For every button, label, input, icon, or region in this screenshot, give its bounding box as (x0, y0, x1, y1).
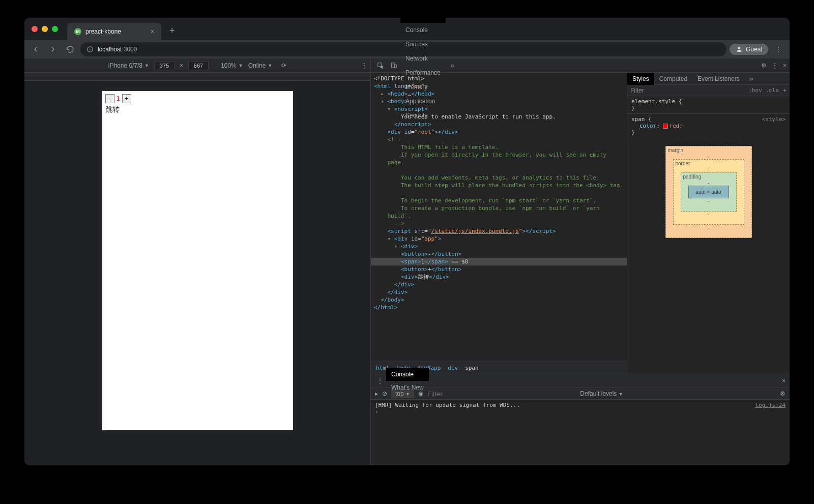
dom-node[interactable]: To begin the development, run `npm start… (371, 197, 627, 204)
increment-button[interactable]: + (122, 94, 131, 103)
dom-node[interactable]: build`. (371, 212, 627, 220)
device-select[interactable]: iPhone 6/7/8 ▼ (108, 62, 149, 69)
console-output[interactable]: [HMR] Waiting for update signal from WDS… (371, 400, 790, 465)
devtools-tab-memory[interactable]: Memory (400, 80, 446, 94)
counter-value: 1 (115, 95, 121, 102)
dom-node[interactable]: <div>跳转</div> (371, 273, 627, 281)
forward-button[interactable] (46, 42, 60, 56)
dom-node[interactable]: </html> (371, 304, 627, 311)
devtools-tab-elements[interactable]: Elements (400, 18, 446, 23)
drawer-tab-what-s-new[interactable]: What's New (386, 381, 429, 394)
log-source-link[interactable]: log.js:24 (755, 402, 786, 408)
styles-filter-input[interactable]: Filter (630, 87, 644, 94)
info-icon (86, 46, 94, 53)
styles-hov-cls[interactable]: :hov .cls (748, 87, 779, 94)
devtools-close-button[interactable]: × (783, 62, 787, 69)
zoom-select[interactable]: 100% ▼ (221, 62, 243, 69)
dom-node[interactable]: This HTML file is a template. (371, 143, 627, 151)
drawer-close-button[interactable]: × (782, 377, 786, 384)
styles-tabs-more[interactable]: » (745, 73, 759, 85)
decrement-button[interactable]: - (105, 94, 114, 103)
favicon-icon: M (74, 28, 81, 35)
devtools-tab-network[interactable]: Network (400, 51, 446, 66)
console-log-line: [HMR] Waiting for update signal from WDS… (375, 402, 786, 408)
device-viewport-area: - 1 + 跳转 (24, 81, 370, 465)
dom-node[interactable]: ▾ <div> (371, 243, 627, 250)
url-host: localhost (98, 46, 122, 53)
dom-node[interactable]: <div id="root"></div> (371, 128, 627, 136)
close-window-icon[interactable] (32, 26, 38, 32)
styles-tab-computed[interactable]: Computed (654, 73, 692, 85)
dom-node[interactable]: <button>-</button> (371, 250, 627, 258)
styles-sidebar: StylesComputedEvent Listeners» Filter :h… (627, 73, 790, 374)
close-tab-icon[interactable]: × (151, 28, 154, 35)
color-swatch-icon[interactable] (663, 124, 668, 129)
new-tab-button[interactable]: + (169, 22, 175, 36)
console-settings-icon[interactable]: ⚙ (780, 390, 786, 397)
nav-link[interactable]: 跳转 (105, 105, 290, 114)
height-input[interactable] (188, 61, 209, 70)
device-frame: - 1 + 跳转 (102, 91, 293, 430)
browser-window: M preact-kbone × + localhost:3000 Guest … (24, 18, 790, 465)
dom-node[interactable]: ▾ <div id="app"> (371, 235, 627, 243)
dom-node[interactable]: To create a production bundle, use `npm … (371, 204, 627, 212)
dom-node[interactable]: </body> (371, 296, 627, 304)
device-toolbar-right: ⋮ (361, 62, 367, 69)
drawer-menu-button[interactable]: ⋮ (374, 377, 386, 384)
console-sidebar-icon[interactable]: ▸ (375, 390, 378, 397)
dom-node[interactable]: </div> (371, 288, 627, 296)
maximize-window-icon[interactable] (52, 26, 58, 32)
browser-menu-button[interactable]: ⋮ (771, 46, 786, 53)
person-icon (736, 46, 743, 53)
console-drawer: ⋮ ConsoleWhat's New × ▸ ⊘ top ▼ ◉ Defaul… (371, 374, 790, 465)
console-filter-input[interactable] (427, 390, 576, 398)
devtools-tab-application[interactable]: Application (400, 94, 446, 108)
settings-icon[interactable]: ⚙ (761, 62, 767, 69)
log-levels-select[interactable]: Default levels ▼ (580, 390, 623, 397)
device-menu-button[interactable]: ⋮ (361, 62, 367, 69)
reload-button[interactable] (63, 42, 77, 56)
styles-tab-styles[interactable]: Styles (627, 73, 654, 85)
dom-node[interactable] (371, 189, 627, 197)
dom-node[interactable]: If you open it directly in the browser, … (371, 151, 627, 159)
dom-node[interactable]: <script src="/static/js/index.bundle.js"… (371, 227, 627, 235)
svg-rect-5 (391, 63, 394, 67)
crumb-div[interactable]: div (448, 365, 458, 371)
minimize-window-icon[interactable] (42, 26, 48, 32)
dimension-x: × (180, 62, 183, 69)
workspace: iPhone 6/7/8 ▼ × 100% ▼ Online ▼ ⟳ ⋮ - 1… (24, 58, 790, 465)
dom-node[interactable]: The build step will place the bundled sc… (371, 182, 627, 189)
browser-tab[interactable]: M preact-kbone × (67, 23, 161, 40)
svg-point-3 (738, 47, 741, 49)
devtools-tab-performance[interactable]: Performance (400, 66, 446, 80)
devtools-tabs-more[interactable]: » (446, 58, 459, 73)
devtools-tab-sources[interactable]: Sources (400, 37, 446, 51)
dom-node[interactable]: --> (371, 220, 627, 227)
rotate-icon[interactable]: ⟳ (281, 62, 286, 69)
styles-new-rule-button[interactable]: + (783, 87, 787, 94)
throttle-select[interactable]: Online ▼ (248, 62, 273, 69)
device-mode-icon[interactable] (387, 62, 400, 69)
dom-node[interactable]: <button>+</button> (371, 265, 627, 273)
devtools-tab-console[interactable]: Console (400, 23, 446, 37)
styles-tab-event-listeners[interactable]: Event Listeners (692, 73, 745, 85)
box-model[interactable]: margin- border- padding- auto × auto - -… (665, 146, 752, 238)
devtools: ElementsConsoleSourcesNetworkPerformance… (370, 58, 790, 465)
dom-node[interactable]: <span>1</span> == $0 (371, 258, 627, 265)
window-controls (32, 26, 58, 32)
devtools-tab-security[interactable]: Security (400, 108, 446, 123)
console-prompt[interactable]: › (375, 408, 379, 415)
dom-node[interactable]: You can add webfonts, meta tags, or anal… (371, 174, 627, 182)
back-button[interactable] (28, 42, 43, 56)
style-rules[interactable]: element.style { } span { <style> color: … (627, 96, 790, 138)
width-input[interactable] (154, 61, 175, 70)
dom-node[interactable] (371, 166, 627, 174)
crumb-span[interactable]: span (465, 365, 479, 371)
devtools-menu-button[interactable]: ⋮ (772, 62, 778, 69)
dom-node[interactable]: <!-- (371, 136, 627, 143)
dom-node[interactable]: page. (371, 159, 627, 166)
drawer-tab-console[interactable]: Console (386, 368, 429, 381)
dom-node[interactable]: </div> (371, 281, 627, 288)
profile-button[interactable]: Guest (730, 44, 768, 55)
inspect-icon[interactable] (374, 62, 387, 69)
